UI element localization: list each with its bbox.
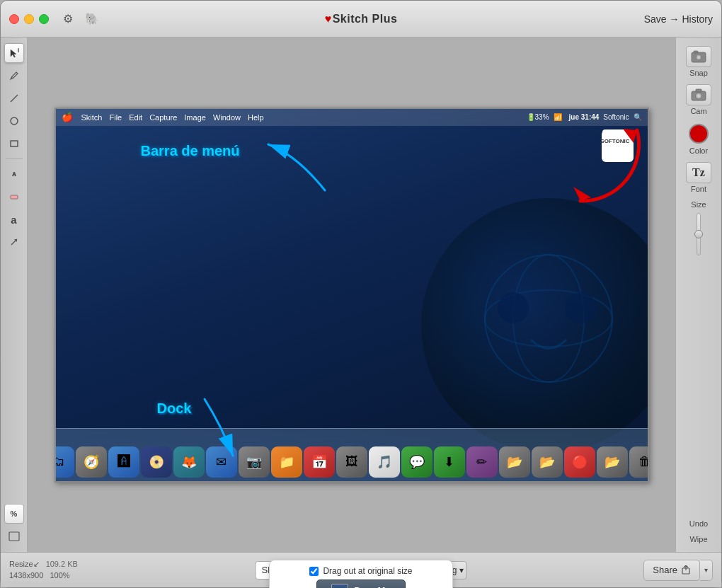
font-tool[interactable]: Tz Font [678, 159, 719, 196]
share-dropdown-arrow[interactable]: ▾ [700, 560, 713, 581]
slider-thumb[interactable] [694, 230, 703, 238]
tool-rect[interactable] [4, 134, 24, 154]
dock-icon-finder[interactable]: 🗂 [56, 446, 74, 478]
save-history-label: Save → History [644, 13, 713, 25]
color-tool[interactable]: Color [678, 120, 719, 158]
dock-icon-itunes[interactable]: 🎵 [369, 446, 400, 478]
globe-watermark [421, 198, 648, 453]
resize-label[interactable]: Resize↙ 109.2 KB [9, 559, 78, 570]
svg-rect-18 [694, 51, 698, 53]
dimensions: 1438x900 [9, 571, 43, 580]
cam-icon [686, 84, 711, 105]
cam-tool[interactable]: Cam [678, 81, 719, 118]
softonic-label: Softonic [603, 113, 629, 121]
softonic-box: SOFTONIC SOFTONIC [602, 130, 634, 162]
svg-point-2 [11, 117, 18, 125]
drag-checkbox-row: Drag out at original size [309, 566, 412, 576]
battery-icon: 🔋33% [527, 113, 549, 121]
mac-menubar: 🍎 Skitch File Edit Capture Image Window … [56, 109, 648, 126]
zoom-fit-button[interactable] [4, 526, 24, 546]
tool-text[interactable]: a [4, 209, 24, 229]
mac-desktop: 🍎 Skitch File Edit Capture Image Window … [56, 109, 648, 481]
screenshot: 🍎 Skitch File Edit Capture Image Window … [55, 108, 649, 483]
tool-arrow[interactable] [4, 232, 24, 252]
undo-tool[interactable]: Undo [678, 517, 719, 531]
tool-cursor[interactable] [4, 43, 24, 63]
snap-tool[interactable]: Snap [678, 43, 719, 80]
traffic-lights [9, 14, 49, 24]
dock-icon-trash[interactable]: 🗑 [629, 446, 648, 478]
save-history-button[interactable]: Save → History [644, 13, 713, 25]
mac-dock: 🗂 🧭 🅰 📀 🦊 ✉ 📷 📁 📅 🖼 🎵 💬 [56, 428, 648, 481]
dock-icon-mail[interactable]: ✉ [206, 446, 237, 478]
mac-right-icons: 🔋33% 📶 jue 31:44 Softonic 🔍 [527, 113, 642, 121]
annotation-barra-de-menu: Barra de menú [141, 143, 240, 159]
dock-icon-cal[interactable]: 📅 [304, 446, 335, 478]
dock-icon-appstore[interactable]: 🅰 [108, 446, 139, 478]
drag-me-thumbnail [331, 584, 348, 588]
slider-track[interactable] [697, 213, 701, 255]
dock-icon-dl[interactable]: ⬇ [434, 446, 465, 478]
menu-help[interactable]: Help [248, 113, 264, 122]
svg-rect-3 [11, 141, 18, 146]
zoom-percent-button[interactable]: % [4, 504, 24, 524]
gear-button[interactable]: ⚙ [57, 8, 79, 30]
menu-skitch[interactable]: Skitch [81, 113, 103, 122]
bottom-bar: Resize↙ 109.2 KB 1438x900 100% jpg ▾ Sha… [1, 552, 721, 587]
drag-check-label: Drag out at original size [323, 566, 412, 576]
search-icon[interactable]: 🔍 [634, 113, 642, 121]
size-tool: Size [678, 197, 719, 270]
close-button[interactable] [9, 14, 19, 24]
dock-icon-ff[interactable]: 🦊 [173, 446, 205, 478]
drag-me-button[interactable]: Drag Me [316, 580, 405, 588]
tool-circle[interactable] [4, 111, 24, 131]
dock-icon-app2[interactable]: 🔴 [564, 446, 595, 478]
main-content: a % [1, 38, 721, 552]
wipe-tool[interactable]: Wipe [678, 532, 719, 546]
tool-line[interactable] [4, 88, 24, 108]
menu-window[interactable]: Window [213, 113, 241, 122]
menu-edit[interactable]: Edit [129, 113, 142, 122]
menu-image[interactable]: Image [184, 113, 206, 122]
menu-file[interactable]: File [109, 113, 122, 122]
elephant-button[interactable]: 🐘 [81, 8, 103, 30]
dock-icon-folder1[interactable]: 📂 [499, 446, 530, 478]
size-label: Size [691, 200, 706, 209]
tool-highlight[interactable] [4, 164, 24, 184]
wipe-label: Wipe [689, 535, 707, 543]
svg-point-12 [565, 292, 596, 323]
menu-arrow [254, 134, 346, 204]
tool-eraser[interactable] [4, 187, 24, 207]
dock-icons-container: 🗂 🧭 🅰 📀 🦊 ✉ 📷 📁 📅 🖼 🎵 💬 [56, 446, 648, 478]
dock-icon-photos[interactable]: 🖼 [336, 446, 367, 478]
toolbar-icons: ⚙ 🐘 [57, 8, 103, 30]
svg-rect-7 [9, 532, 19, 541]
dock-icon-folder3[interactable]: 📂 [597, 446, 628, 478]
maximize-button[interactable] [39, 14, 49, 24]
canvas-area: 🍎 Skitch File Edit Capture Image Window … [28, 38, 675, 552]
share-button[interactable]: Share [643, 560, 700, 581]
size-slider[interactable] [697, 210, 701, 267]
heart-icon: ♥ [325, 13, 332, 25]
dock-icon-safari[interactable]: 🧭 [76, 446, 107, 478]
menu-capture[interactable]: Capture [149, 113, 177, 122]
color-circle [689, 124, 709, 144]
font-label: Font [691, 185, 706, 193]
tool-pen[interactable] [4, 66, 24, 86]
dock-icon-files[interactable]: 📁 [271, 446, 302, 478]
wifi-icon: 📶 [554, 113, 562, 121]
minimize-button[interactable] [24, 14, 34, 24]
toolbar-separator [6, 158, 23, 159]
svg-rect-0 [18, 48, 19, 52]
svg-point-20 [697, 56, 700, 59]
svg-line-1 [11, 95, 18, 102]
dock-icon-dvd[interactable]: 📀 [141, 446, 172, 478]
mac-menu-items: Skitch File Edit Capture Image Window He… [81, 113, 264, 122]
apple-menu[interactable]: 🍎 [62, 112, 73, 122]
dock-icon-facechat[interactable]: 💬 [401, 446, 432, 478]
drag-original-size-checkbox[interactable] [309, 567, 319, 576]
dock-icon-facetime[interactable]: 📷 [239, 446, 270, 478]
dock-icon-skitch[interactable]: ✏ [466, 446, 498, 478]
dock-icon-folder2[interactable]: 📂 [532, 446, 563, 478]
cam-label: Cam [690, 107, 706, 115]
